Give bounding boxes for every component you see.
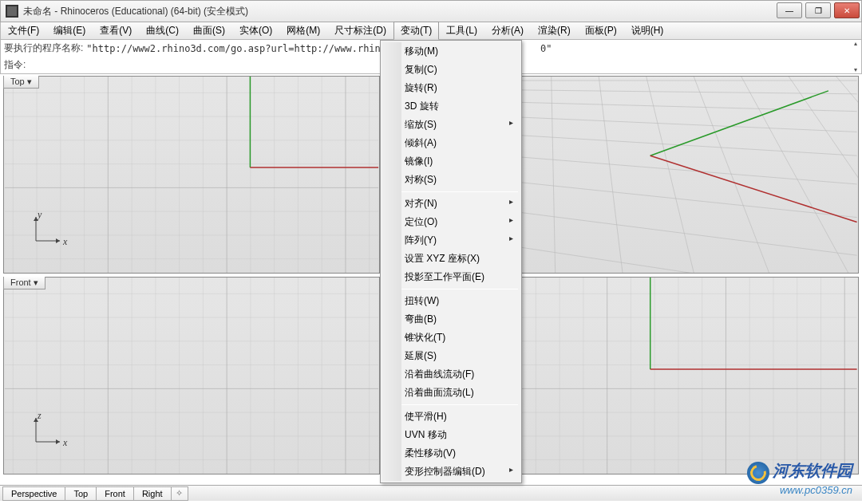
- menu-item-4[interactable]: 曲面(S): [186, 22, 232, 40]
- svg-line-21: [552, 77, 556, 273]
- menu-item-1[interactable]: 编辑(E): [46, 22, 93, 40]
- svg-line-29: [650, 156, 857, 222]
- menu-separator: [384, 289, 518, 289]
- svg-line-24: [694, 77, 769, 273]
- menu-option[interactable]: 定位(O): [382, 213, 520, 231]
- menu-item-6[interactable]: 网格(M): [279, 22, 327, 40]
- menu-bar: 文件(F)编辑(E)查看(V)曲线(C)曲面(S)实体(O)网格(M)尺寸标注(…: [0, 22, 862, 40]
- menu-option[interactable]: 锥状化(T): [382, 329, 520, 347]
- minimize-button[interactable]: —: [777, 2, 802, 18]
- menu-option[interactable]: 使平滑(H): [382, 408, 520, 426]
- svg-line-28: [650, 91, 828, 156]
- menu-option[interactable]: 投影至工作平面(E): [382, 268, 520, 286]
- svg-line-22: [599, 77, 623, 273]
- menu-item-12[interactable]: 面板(P): [578, 22, 624, 40]
- menu-option[interactable]: 镜像(I): [382, 152, 520, 171]
- svg-line-26: [789, 77, 858, 273]
- add-viewport-tab[interactable]: ✧: [171, 486, 188, 501]
- viewport-tab-right[interactable]: Right: [133, 486, 172, 501]
- menu-option[interactable]: 倾斜(A): [382, 134, 520, 152]
- menu-separator: [384, 191, 518, 192]
- menu-item-8[interactable]: 变动(T): [393, 22, 439, 40]
- window-controls: — ❐ ✕: [775, 1, 861, 22]
- menu-option[interactable]: 复制(C): [382, 61, 520, 79]
- menu-option[interactable]: 3D 旋转: [382, 97, 520, 116]
- menu-option[interactable]: 柔性移动(V): [382, 444, 520, 463]
- watermark-icon: [747, 462, 769, 484]
- transform-menu-dropdown: 移动(M)复制(C)旋转(R)3D 旋转缩放(S)倾斜(A)镜像(I)对称(S)…: [380, 40, 522, 483]
- menu-option[interactable]: 对称(S): [382, 171, 520, 189]
- menu-item-13[interactable]: 说明(H): [624, 22, 671, 40]
- menu-option[interactable]: 沿着曲线流动(F): [382, 365, 520, 384]
- menu-option[interactable]: 阵列(Y): [382, 231, 520, 250]
- menu-item-11[interactable]: 渲染(R): [531, 22, 578, 40]
- scroll-down-icon[interactable]: ▾: [850, 66, 861, 73]
- svg-line-23: [646, 77, 694, 273]
- watermark: 河东软件园 www.pc0359.cn: [747, 460, 852, 496]
- svg-line-27: [836, 77, 858, 273]
- menu-option[interactable]: 设置 XYZ 座标(X): [382, 250, 520, 268]
- menu-option[interactable]: 对齐(N): [382, 195, 520, 213]
- menu-item-3[interactable]: 曲线(C): [139, 22, 186, 40]
- viewport-top-label[interactable]: Top ▾: [3, 76, 39, 89]
- close-button[interactable]: ✕: [834, 2, 860, 18]
- menu-item-5[interactable]: 实体(O): [232, 22, 279, 40]
- viewport-top[interactable]: x y: [3, 76, 380, 274]
- menu-item-2[interactable]: 查看(V): [93, 22, 139, 40]
- viewport-tabs: PerspectiveTopFrontRight ✧: [0, 485, 862, 501]
- command-scroll-controls[interactable]: ▴ ▾: [850, 40, 861, 73]
- menu-item-7[interactable]: 尺寸标注(D): [327, 22, 393, 40]
- viewport-front[interactable]: x z: [3, 277, 380, 474]
- menu-option[interactable]: 缩放(S): [382, 116, 520, 134]
- menu-option[interactable]: 弯曲(B): [382, 310, 520, 329]
- menu-item-9[interactable]: 工具(L): [439, 22, 484, 40]
- menu-option[interactable]: 沿着曲面流动(L): [382, 384, 520, 402]
- menu-item-0[interactable]: 文件(F): [1, 22, 46, 40]
- menu-separator: [384, 404, 518, 405]
- svg-line-25: [741, 77, 848, 273]
- scroll-up-icon[interactable]: ▴: [850, 40, 861, 47]
- title-bar: 未命名 - Rhinoceros (Educational) (64-bit) …: [0, 0, 862, 22]
- svg-marker-33: [56, 439, 60, 444]
- menu-option[interactable]: UVN 移动: [382, 426, 520, 444]
- viewport-front-label[interactable]: Front ▾: [3, 277, 45, 289]
- menu-option[interactable]: 移动(M): [382, 42, 520, 61]
- window-title: 未命名 - Rhinoceros (Educational) (64-bit) …: [23, 5, 775, 18]
- viewport-tab-front[interactable]: Front: [96, 486, 134, 501]
- menu-item-10[interactable]: 分析(A): [484, 22, 531, 40]
- menu-option[interactable]: 延展(S): [382, 347, 520, 365]
- menu-option[interactable]: 扭转(W): [382, 292, 520, 310]
- menu-option[interactable]: 变形控制器编辑(D): [382, 463, 520, 481]
- viewport-tab-top[interactable]: Top: [65, 486, 97, 501]
- menu-option[interactable]: 旋转(R): [382, 79, 520, 97]
- maximize-button[interactable]: ❐: [805, 2, 831, 18]
- viewport-tab-perspective[interactable]: Perspective: [2, 486, 65, 501]
- svg-marker-5: [56, 238, 60, 243]
- app-icon: [6, 5, 18, 18]
